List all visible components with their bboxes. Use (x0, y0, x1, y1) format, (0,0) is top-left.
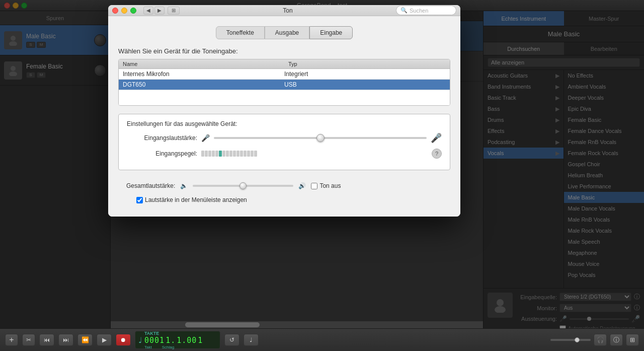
show-vol-row: Lautstärke in der Menüleiste anzeigen (118, 193, 450, 206)
dialog-close-btn[interactable] (112, 8, 118, 14)
dialog-max-btn[interactable] (130, 8, 136, 14)
sublabel-schlag: Schlag (162, 345, 174, 349)
device-table: Name Typ Internes Mikrofon Integriert DG… (118, 59, 450, 106)
display-takt: 0001 (144, 336, 165, 345)
metronome-btn[interactable]: ♩ (244, 334, 259, 346)
mic-small-icon: 🎤 (201, 134, 210, 142)
scroll-thumb[interactable] (185, 322, 260, 327)
cycle-btn[interactable]: ↺ (224, 334, 239, 346)
col-name: Name (119, 59, 284, 68)
device-label: Wählen Sie ein Gerät für die Toneingabe: (118, 47, 450, 55)
tab-eingabe[interactable]: Eingabe (309, 26, 353, 39)
level-bar-7 (222, 151, 225, 157)
dialog-forward-btn[interactable]: ▶ (154, 7, 165, 15)
eingangslautstaerke-row: Eingangslautstärke: 🎤 🎤 (127, 132, 442, 144)
gesamtlautstaerke-thumb (239, 182, 247, 189)
dialog-body: Toneffekte Ausgabe Eingabe Wählen Sie ei… (108, 16, 460, 217)
level-bar-16 (254, 151, 257, 157)
play-btn[interactable]: ▶ (97, 334, 112, 346)
dialog-title: Ton (183, 7, 393, 14)
device-empty-row (119, 90, 450, 105)
dialog-min-btn[interactable] (121, 8, 127, 14)
col-typ: Typ (284, 59, 450, 68)
show-vol-checkbox[interactable] (136, 197, 143, 203)
headphone-btn[interactable]: 🎧 (594, 334, 607, 346)
show-vol-label: Lautstärke in der Menüleiste anzeigen (145, 196, 247, 203)
level-bar-9 (229, 151, 232, 157)
device-name-dgt650: DGT650 (123, 81, 284, 88)
level-bar-8 (226, 151, 229, 157)
level-bar-6 (219, 151, 222, 157)
dialog-nav: ◀ ▶ (143, 7, 165, 15)
level-bar-12 (240, 151, 243, 157)
eingangslautstaerke-slider[interactable] (214, 137, 427, 139)
master-volume-slider[interactable] (550, 339, 591, 341)
settings-label: Einstellungen für das ausgewählte Gerät: (127, 120, 442, 127)
dialog-grid-btn[interactable]: ⊞ (168, 7, 180, 15)
eingangslautstaerke-label: Eingangslautstärke: (127, 134, 197, 142)
mic-large-icon: 🎤 (431, 132, 442, 144)
device-type-internes: Integriert (284, 71, 446, 78)
ton-dialog: ◀ ▶ ⊞ Ton 🔍 Suchen Toneffekte Ausgabe (108, 5, 460, 217)
level-bar-15 (251, 151, 254, 157)
dialog-tabs: Toneffekte Ausgabe Eingabe (118, 26, 450, 39)
record-btn[interactable]: ⏺ (116, 334, 131, 346)
level-bar-1 (201, 151, 204, 157)
master-volume-thumb (575, 337, 580, 342)
transport-right: 🎧 ⓘ ⊞ (550, 334, 639, 346)
display-music-note-icon: ♩ (138, 335, 142, 345)
device-row-dgt650[interactable]: DGT650 USB (119, 80, 450, 90)
back-btn[interactable]: ⏪ (77, 334, 93, 346)
scroll-area[interactable] (111, 321, 483, 328)
global-volume-section: Gesamtlautstärke: 🔈 🔊 Ton aus (118, 178, 450, 193)
dialog-title-bar: ◀ ▶ ⊞ Ton 🔍 Suchen (108, 5, 460, 16)
tab-toneffekte[interactable]: Toneffekte (216, 26, 265, 39)
grid-view-btn[interactable]: ⊞ (626, 334, 639, 346)
scissors-btn[interactable]: ✂ (22, 334, 35, 346)
settings-section: Einstellungen für das ausgewählte Gerät:… (118, 114, 450, 170)
dialog-back-btn[interactable]: ◀ (143, 7, 153, 15)
show-vol-checkbox-row[interactable]: Lautstärke in der Menüleiste anzeigen (136, 196, 442, 203)
device-table-header: Name Typ (119, 59, 450, 69)
level-meter (201, 151, 257, 157)
add-track-btn[interactable]: + (5, 334, 18, 346)
transport-bar: + ✂ ⏮ ⏭ ⏪ ▶ ⏺ ♩ TAKTE 0001 1. 1.00 1 Tak… (0, 328, 644, 351)
display-pos: 1.00 (177, 336, 197, 345)
level-bar-2 (205, 151, 208, 157)
search-placeholder: Suchen (410, 8, 428, 14)
volume-low-icon: 🔈 (180, 182, 188, 189)
display-sublabels: Takt Schlag (144, 345, 174, 349)
search-icon: 🔍 (400, 7, 408, 14)
ton-aus-checkbox[interactable] (311, 183, 317, 189)
takt-label: TAKTE (144, 331, 159, 336)
sublabel-takt: Takt (144, 345, 152, 349)
gesamtlautstaerke-slider[interactable] (193, 185, 293, 187)
device-type-dgt650: USB (284, 81, 446, 88)
device-name-internes: Internes Mikrofon (123, 71, 284, 78)
display-numbers: 0001 1. 1.00 1 (144, 336, 203, 345)
ton-aus-check[interactable]: Ton aus (311, 182, 341, 189)
ton-aus-label: Ton aus (319, 182, 341, 189)
device-section: Wählen Sie ein Gerät für die Toneingabe:… (118, 47, 450, 106)
display-beat: 1. (166, 336, 176, 345)
display-t: 1 (198, 336, 203, 345)
fast-forward-btn[interactable]: ⏭ (58, 334, 73, 346)
level-bar-14 (247, 151, 250, 157)
level-bar-10 (233, 151, 236, 157)
tab-ausgabe[interactable]: Ausgabe (265, 26, 309, 39)
device-row-internes[interactable]: Internes Mikrofon Integriert (119, 69, 450, 80)
eingangslautstaerke-thumb (316, 134, 325, 142)
level-bar-4 (212, 151, 215, 157)
info-btn[interactable]: ⓘ (610, 334, 623, 346)
eingangspegel-row: Eingangspegel: (127, 149, 442, 159)
rewind-btn[interactable]: ⏮ (39, 334, 54, 346)
eingangspegel-label: Eingangspegel: (127, 150, 197, 157)
level-bar-3 (208, 151, 211, 157)
volume-high-icon: 🔊 (298, 182, 306, 189)
modal-overlay: ◀ ▶ ⊞ Ton 🔍 Suchen Toneffekte Ausgabe (0, 0, 644, 328)
dialog-search[interactable]: 🔍 Suchen (396, 6, 456, 15)
level-bar-13 (244, 151, 247, 157)
help-button[interactable]: ? (432, 149, 442, 159)
transport-display: ♩ TAKTE 0001 1. 1.00 1 Takt Schlag (135, 331, 220, 349)
level-bar-11 (236, 151, 239, 157)
